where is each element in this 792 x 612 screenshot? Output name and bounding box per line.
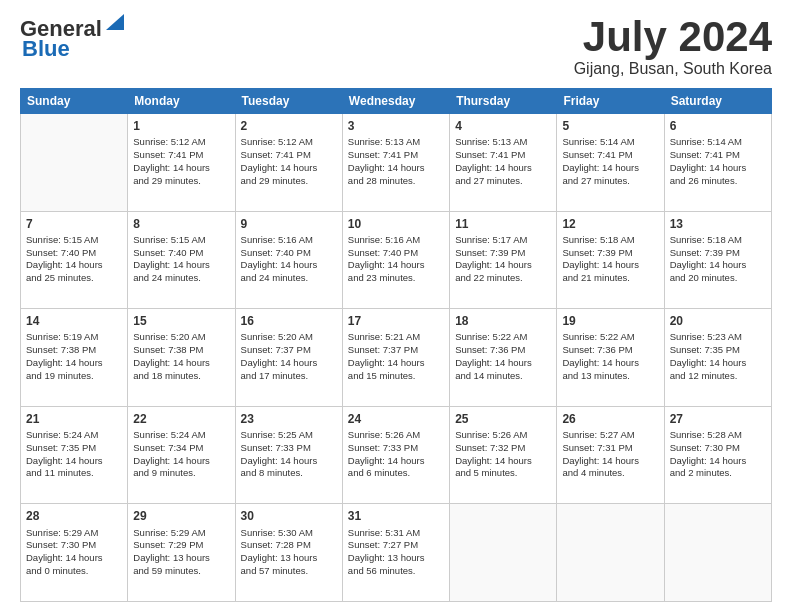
day-info: and 29 minutes. bbox=[241, 175, 337, 188]
day-info: Sunset: 7:40 PM bbox=[133, 247, 229, 260]
day-info: Sunrise: 5:31 AM bbox=[348, 527, 444, 540]
table-row: 27Sunrise: 5:28 AMSunset: 7:30 PMDayligh… bbox=[664, 406, 771, 504]
day-info: Daylight: 14 hours bbox=[455, 455, 551, 468]
table-row: 11Sunrise: 5:17 AMSunset: 7:39 PMDayligh… bbox=[450, 211, 557, 309]
day-info: Daylight: 14 hours bbox=[26, 259, 122, 272]
day-info: and 19 minutes. bbox=[26, 370, 122, 383]
day-info: and 27 minutes. bbox=[455, 175, 551, 188]
day-info: Sunset: 7:41 PM bbox=[348, 149, 444, 162]
day-number: 7 bbox=[26, 216, 122, 232]
page: General Blue July 2024 Gijang, Busan, So… bbox=[0, 0, 792, 612]
table-row: 20Sunrise: 5:23 AMSunset: 7:35 PMDayligh… bbox=[664, 309, 771, 407]
day-number: 16 bbox=[241, 313, 337, 329]
table-row: 30Sunrise: 5:30 AMSunset: 7:28 PMDayligh… bbox=[235, 504, 342, 602]
day-number: 8 bbox=[133, 216, 229, 232]
day-info: Daylight: 14 hours bbox=[562, 357, 658, 370]
table-row: 24Sunrise: 5:26 AMSunset: 7:33 PMDayligh… bbox=[342, 406, 449, 504]
day-info: Daylight: 14 hours bbox=[348, 259, 444, 272]
day-info: and 18 minutes. bbox=[133, 370, 229, 383]
day-info: Sunrise: 5:29 AM bbox=[133, 527, 229, 540]
table-row: 8Sunrise: 5:15 AMSunset: 7:40 PMDaylight… bbox=[128, 211, 235, 309]
title-block: July 2024 Gijang, Busan, South Korea bbox=[574, 16, 772, 78]
day-number: 17 bbox=[348, 313, 444, 329]
day-info: Daylight: 14 hours bbox=[348, 357, 444, 370]
col-saturday: Saturday bbox=[664, 89, 771, 114]
location: Gijang, Busan, South Korea bbox=[574, 60, 772, 78]
col-monday: Monday bbox=[128, 89, 235, 114]
day-info: Daylight: 14 hours bbox=[455, 162, 551, 175]
table-row: 25Sunrise: 5:26 AMSunset: 7:32 PMDayligh… bbox=[450, 406, 557, 504]
day-number: 6 bbox=[670, 118, 766, 134]
day-info: and 4 minutes. bbox=[562, 467, 658, 480]
table-row: 5Sunrise: 5:14 AMSunset: 7:41 PMDaylight… bbox=[557, 114, 664, 212]
day-info: Daylight: 14 hours bbox=[348, 162, 444, 175]
table-row: 28Sunrise: 5:29 AMSunset: 7:30 PMDayligh… bbox=[21, 504, 128, 602]
day-info: Daylight: 14 hours bbox=[241, 259, 337, 272]
day-number: 3 bbox=[348, 118, 444, 134]
day-number: 21 bbox=[26, 411, 122, 427]
col-tuesday: Tuesday bbox=[235, 89, 342, 114]
table-row: 31Sunrise: 5:31 AMSunset: 7:27 PMDayligh… bbox=[342, 504, 449, 602]
table-row: 12Sunrise: 5:18 AMSunset: 7:39 PMDayligh… bbox=[557, 211, 664, 309]
day-info: Sunrise: 5:20 AM bbox=[241, 331, 337, 344]
table-row: 23Sunrise: 5:25 AMSunset: 7:33 PMDayligh… bbox=[235, 406, 342, 504]
table-row: 4Sunrise: 5:13 AMSunset: 7:41 PMDaylight… bbox=[450, 114, 557, 212]
day-number: 9 bbox=[241, 216, 337, 232]
logo: General Blue bbox=[20, 16, 126, 62]
day-info: and 5 minutes. bbox=[455, 467, 551, 480]
day-number: 28 bbox=[26, 508, 122, 524]
table-row: 26Sunrise: 5:27 AMSunset: 7:31 PMDayligh… bbox=[557, 406, 664, 504]
header: General Blue July 2024 Gijang, Busan, So… bbox=[20, 16, 772, 78]
day-info: Sunrise: 5:23 AM bbox=[670, 331, 766, 344]
col-sunday: Sunday bbox=[21, 89, 128, 114]
day-info: Daylight: 13 hours bbox=[133, 552, 229, 565]
day-number: 26 bbox=[562, 411, 658, 427]
day-info: Sunset: 7:35 PM bbox=[26, 442, 122, 455]
day-info: Sunrise: 5:25 AM bbox=[241, 429, 337, 442]
day-info: Sunrise: 5:28 AM bbox=[670, 429, 766, 442]
day-info: Sunrise: 5:13 AM bbox=[455, 136, 551, 149]
day-info: Daylight: 14 hours bbox=[670, 259, 766, 272]
day-info: Sunset: 7:39 PM bbox=[562, 247, 658, 260]
day-info: Sunset: 7:41 PM bbox=[241, 149, 337, 162]
day-info: Daylight: 14 hours bbox=[562, 259, 658, 272]
day-info: Sunset: 7:40 PM bbox=[241, 247, 337, 260]
day-number: 30 bbox=[241, 508, 337, 524]
day-info: Sunrise: 5:20 AM bbox=[133, 331, 229, 344]
day-info: Sunset: 7:33 PM bbox=[348, 442, 444, 455]
day-info: and 11 minutes. bbox=[26, 467, 122, 480]
day-number: 1 bbox=[133, 118, 229, 134]
day-info: Sunset: 7:32 PM bbox=[455, 442, 551, 455]
day-info: Sunset: 7:36 PM bbox=[562, 344, 658, 357]
month-title: July 2024 bbox=[574, 16, 772, 58]
day-info: Daylight: 13 hours bbox=[348, 552, 444, 565]
day-info: and 2 minutes. bbox=[670, 467, 766, 480]
calendar-header-row: Sunday Monday Tuesday Wednesday Thursday… bbox=[21, 89, 772, 114]
day-info: Daylight: 14 hours bbox=[133, 357, 229, 370]
table-row bbox=[450, 504, 557, 602]
day-info: Daylight: 14 hours bbox=[133, 162, 229, 175]
table-row: 17Sunrise: 5:21 AMSunset: 7:37 PMDayligh… bbox=[342, 309, 449, 407]
day-info: Sunrise: 5:24 AM bbox=[26, 429, 122, 442]
day-info: Daylight: 14 hours bbox=[241, 357, 337, 370]
day-info: Sunrise: 5:16 AM bbox=[241, 234, 337, 247]
day-number: 23 bbox=[241, 411, 337, 427]
day-info: and 6 minutes. bbox=[348, 467, 444, 480]
day-info: Sunrise: 5:26 AM bbox=[348, 429, 444, 442]
day-info: Sunrise: 5:16 AM bbox=[348, 234, 444, 247]
day-info: Sunset: 7:35 PM bbox=[670, 344, 766, 357]
day-info: and 24 minutes. bbox=[241, 272, 337, 285]
day-info: Daylight: 14 hours bbox=[26, 455, 122, 468]
day-info: Daylight: 14 hours bbox=[26, 357, 122, 370]
calendar-table: Sunday Monday Tuesday Wednesday Thursday… bbox=[20, 88, 772, 602]
day-number: 20 bbox=[670, 313, 766, 329]
day-info: Sunrise: 5:24 AM bbox=[133, 429, 229, 442]
day-info: Sunrise: 5:26 AM bbox=[455, 429, 551, 442]
day-info: and 9 minutes. bbox=[133, 467, 229, 480]
day-info: Sunrise: 5:22 AM bbox=[562, 331, 658, 344]
day-info: Sunset: 7:37 PM bbox=[241, 344, 337, 357]
table-row: 6Sunrise: 5:14 AMSunset: 7:41 PMDaylight… bbox=[664, 114, 771, 212]
day-info: Sunrise: 5:17 AM bbox=[455, 234, 551, 247]
day-info: and 59 minutes. bbox=[133, 565, 229, 578]
day-info: Sunrise: 5:13 AM bbox=[348, 136, 444, 149]
